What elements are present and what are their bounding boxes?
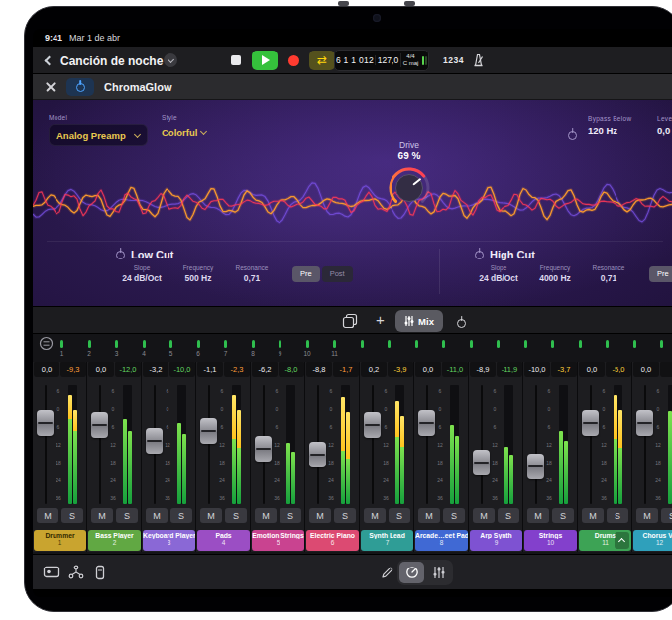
level-control[interactable]: Level 0,0 dB <box>657 115 672 136</box>
mute-button[interactable]: M <box>582 508 604 523</box>
track-name-tab[interactable]: Drums11 <box>579 530 631 551</box>
volume-readout[interactable]: -10,0 <box>524 362 550 377</box>
browser-button[interactable] <box>43 565 60 579</box>
volume-readout[interactable]: 0,0 <box>633 362 659 377</box>
volume-readout[interactable]: -1,1 <box>197 362 223 377</box>
track-name-tab[interactable]: Electric Piano6 <box>306 530 359 551</box>
record-button[interactable] <box>284 51 302 70</box>
volume-fader[interactable] <box>473 450 490 475</box>
solo-button[interactable]: S <box>552 508 574 523</box>
solo-button[interactable]: S <box>443 508 465 523</box>
mute-button[interactable]: M <box>527 508 549 523</box>
routing-button[interactable] <box>68 565 84 579</box>
high-cut-pre-button[interactable]: Pre <box>649 266 672 282</box>
play-button[interactable] <box>252 51 278 70</box>
project-title[interactable]: Canción de noche <box>60 54 163 68</box>
volume-fader[interactable] <box>309 442 326 467</box>
duplicate-button[interactable] <box>342 313 358 329</box>
track-name-tab[interactable]: Strings10 <box>524 530 577 551</box>
solo-button[interactable]: S <box>225 508 247 523</box>
track-name-tab[interactable]: Pads4 <box>197 530 250 551</box>
solo-button[interactable]: S <box>389 508 410 523</box>
high-cut-resonance[interactable]: Resonance0,71 <box>588 264 629 283</box>
faders-view-button[interactable] <box>426 562 451 583</box>
track-name-tab[interactable]: Emotion Strings5 <box>252 530 304 551</box>
mix-view-button[interactable]: Mix <box>395 310 443 332</box>
cycle-button[interactable]: ⇄ <box>309 51 335 70</box>
track-name-tab[interactable]: Arcade…eet Pad8 <box>415 530 468 551</box>
close-plugin-button[interactable] <box>45 81 56 93</box>
mute-button[interactable]: M <box>91 508 113 523</box>
volume-fader[interactable] <box>200 418 217 444</box>
track-name-tab[interactable]: Chorus Vo12 <box>633 530 672 551</box>
mixer-power-button[interactable] <box>457 314 466 332</box>
inspector-button[interactable] <box>94 565 106 580</box>
mute-button[interactable]: M <box>418 508 440 523</box>
volume-fader[interactable] <box>636 410 653 436</box>
track-name-tab[interactable]: Synth Lead7 <box>361 530 413 551</box>
track-stack-collapse-button[interactable] <box>615 532 629 549</box>
high-cut-frequency[interactable]: Frequency4000 Hz <box>532 264 578 283</box>
volume-fader[interactable] <box>364 412 381 438</box>
low-cut-frequency[interactable]: Frequency500 Hz <box>175 264 221 283</box>
volume-fader[interactable] <box>418 410 435 436</box>
high-cut-slope[interactable]: Slope24 dB/Oct <box>475 264 522 283</box>
bypass-power-button[interactable] <box>568 126 577 144</box>
volume-readout[interactable]: 0,0 <box>579 362 605 377</box>
model-selector[interactable]: Model Analog Preamp <box>49 114 148 146</box>
solo-button[interactable]: S <box>607 508 628 523</box>
volume-fader[interactable] <box>582 410 599 436</box>
mute-button[interactable]: M <box>636 508 658 523</box>
solo-button[interactable]: S <box>334 508 356 523</box>
volume-readout[interactable]: 0,0 <box>415 362 441 377</box>
style-selector[interactable]: Style Colorful <box>162 114 206 138</box>
edit-button[interactable] <box>380 565 395 580</box>
low-cut-pre-button[interactable]: Pre <box>292 266 320 282</box>
low-cut-power-button[interactable] <box>116 251 125 259</box>
volume-readout[interactable]: -3,2 <box>143 362 168 377</box>
solo-button[interactable]: S <box>61 508 83 523</box>
mute-button[interactable]: M <box>473 508 495 523</box>
volume-readout[interactable]: -8,9 <box>470 362 496 377</box>
plugin-power-button[interactable] <box>66 78 94 96</box>
solo-button[interactable]: S <box>170 508 192 523</box>
mute-button[interactable]: M <box>146 508 168 523</box>
track-name-tab[interactable]: Drummer1 <box>34 530 86 551</box>
volume-fader[interactable] <box>527 454 544 479</box>
solo-button[interactable]: S <box>661 508 672 523</box>
mute-button[interactable]: M <box>37 508 58 523</box>
volume-fader[interactable] <box>146 428 163 454</box>
volume-fader[interactable] <box>91 412 108 438</box>
bypass-below-control[interactable]: Bypass Below 120 Hz <box>588 115 643 136</box>
solo-button[interactable]: S <box>498 508 519 523</box>
project-menu-button[interactable] <box>164 53 177 67</box>
lcd-display[interactable]: 6 1 1 012 127,0 4/4 C maj <box>334 50 429 71</box>
low-cut-resonance[interactable]: Resonance0,71 <box>231 264 273 283</box>
mute-button[interactable]: M <box>309 508 331 523</box>
low-cut-post-button[interactable]: Post <box>322 266 353 282</box>
mute-button[interactable]: M <box>364 508 386 523</box>
solo-button[interactable]: S <box>116 508 138 523</box>
high-cut-power-button[interactable] <box>475 251 484 259</box>
volume-readout[interactable]: 0,0 <box>34 362 59 377</box>
track-name-tab[interactable]: Bass Player2 <box>88 530 141 551</box>
mute-button[interactable]: M <box>200 508 222 523</box>
volume-readout[interactable]: -6,2 <box>252 362 278 377</box>
solo-button[interactable]: S <box>280 508 301 523</box>
volume-fader[interactable] <box>255 436 272 462</box>
track-name-tab[interactable]: Arp Synth9 <box>470 530 522 551</box>
back-button[interactable] <box>41 53 55 67</box>
volume-fader[interactable] <box>37 410 54 436</box>
mute-button[interactable]: M <box>255 508 277 523</box>
stop-button[interactable] <box>227 51 245 70</box>
metronome-button[interactable] <box>471 52 486 68</box>
drive-knob[interactable] <box>387 165 432 211</box>
track-name-tab[interactable]: Keyboard Player3 <box>143 530 195 551</box>
add-track-button[interactable]: + <box>376 311 385 329</box>
volume-readout[interactable]: -8,8 <box>306 362 332 377</box>
count-in-button[interactable]: 1234 <box>443 55 464 65</box>
volume-readout[interactable]: 0,2 <box>361 362 387 377</box>
low-cut-slope[interactable]: Slope24 dB/Oct <box>118 264 166 283</box>
knobs-view-button[interactable] <box>399 562 424 583</box>
volume-readout[interactable]: 0,0 <box>88 362 114 377</box>
